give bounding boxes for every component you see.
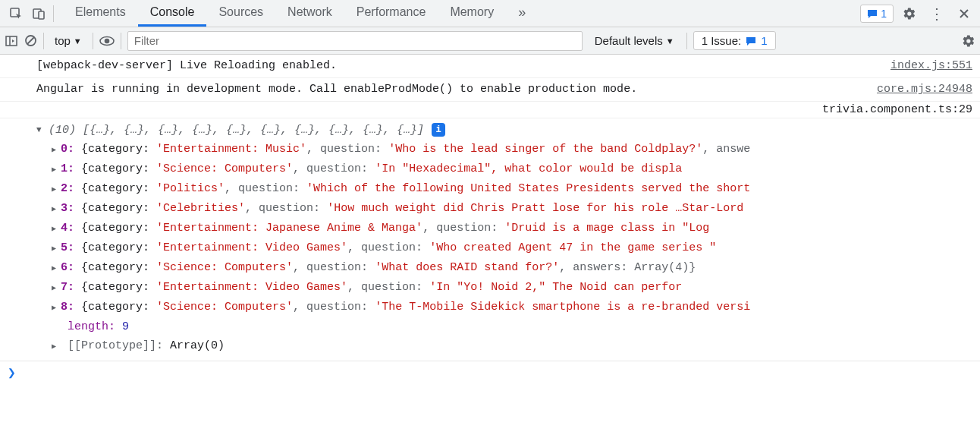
entry-question: 'Who created Agent 47 in the game series…: [429, 241, 716, 254]
tab-performance[interactable]: Performance: [344, 0, 438, 27]
entry-question: 'How much weight did Chris Pratt lose fo…: [327, 202, 743, 215]
array-entry-row[interactable]: 6: {category: 'Science: Computers', ques…: [52, 258, 972, 278]
tab-network[interactable]: Network: [275, 0, 344, 27]
expand-arrow-icon[interactable]: [52, 238, 61, 258]
expand-arrow-icon[interactable]: [52, 140, 61, 159]
array-entry-row[interactable]: 7: {category: 'Entertainment: Video Game…: [52, 278, 972, 298]
prototype-value: Array(0): [170, 339, 225, 352]
array-entry-row[interactable]: 4: {category: 'Entertainment: Japanese A…: [52, 219, 972, 238]
array-entries: 0: {category: 'Entertainment: Music', qu…: [52, 140, 972, 317]
entry-category: 'Science: Computers': [156, 301, 293, 314]
expand-arrow-icon[interactable]: [52, 278, 61, 298]
expand-arrow-icon[interactable]: [52, 336, 61, 356]
array-length-row[interactable]: length: 9: [52, 317, 972, 336]
log-source-link[interactable]: index.js:551: [890, 58, 972, 74]
tab-memory[interactable]: Memory: [438, 0, 506, 27]
log-message-row[interactable]: Angular is running in development mode. …: [0, 78, 980, 102]
expand-arrow-icon[interactable]: [52, 219, 61, 238]
clear-console-icon[interactable]: [24, 34, 37, 47]
levels-label: Default levels: [595, 34, 663, 47]
entry-index: 8:: [61, 301, 74, 314]
entry-sep: , question:: [293, 301, 375, 314]
entry-index: 6:: [61, 261, 74, 274]
issues-badge[interactable]: 1 Issue: 1: [693, 31, 776, 50]
entry-question: 'The T-Mobile Sidekick smartphone is a r…: [375, 301, 750, 314]
array-entry-row[interactable]: 2: {category: 'Politics', question: 'Whi…: [52, 179, 972, 199]
tab-sources[interactable]: Sources: [206, 0, 275, 27]
device-toggle-icon[interactable]: [27, 2, 50, 25]
entry-sep: , question:: [347, 281, 429, 294]
entry-question: 'In "Hexadecimal", what color would be d…: [375, 162, 682, 175]
entry-category: 'Politics': [156, 182, 225, 195]
kebab-menu-icon[interactable]: ⋮: [925, 2, 948, 25]
inspect-icon[interactable]: [5, 2, 27, 25]
expand-arrow-icon[interactable]: [36, 120, 46, 140]
expand-arrow-icon[interactable]: [52, 179, 61, 199]
svg-point-8: [105, 39, 108, 43]
array-entry-row[interactable]: 1: {category: 'Science: Computers', ques…: [52, 159, 972, 179]
entry-sep: , question:: [347, 241, 429, 254]
tabs-overflow-icon[interactable]: »: [506, 0, 538, 27]
entry-index: 7:: [61, 281, 74, 294]
console-output: [webpack-dev-server] Live Reloading enab…: [0, 55, 980, 361]
expand-arrow-icon[interactable]: [52, 298, 61, 317]
entry-tail: , answe: [702, 143, 750, 156]
entry-index: 1:: [61, 162, 74, 175]
divider: [686, 33, 687, 49]
expand-arrow-icon[interactable]: [52, 199, 61, 219]
entry-open-brace: {category:: [81, 162, 156, 175]
entry-open-brace: {category:: [81, 241, 156, 254]
log-source-link[interactable]: trivia.component.ts:29: [822, 103, 972, 116]
console-prompt[interactable]: ❯: [0, 361, 980, 384]
entry-category: 'Celebrities': [156, 202, 245, 215]
expand-arrow-icon[interactable]: [52, 258, 61, 278]
prototype-row[interactable]: [[Prototype]]: Array(0): [52, 336, 972, 356]
tab-elements[interactable]: Elements: [63, 0, 138, 27]
info-icon[interactable]: i: [432, 123, 445, 137]
log-message-row[interactable]: [webpack-dev-server] Live Reloading enab…: [0, 55, 980, 78]
divider: [53, 5, 54, 22]
console-settings-icon[interactable]: [962, 34, 975, 48]
live-expression-icon[interactable]: [99, 36, 115, 46]
entry-index: 2:: [61, 182, 74, 195]
divider: [93, 33, 93, 49]
entry-category: 'Entertainment: Video Games': [156, 281, 347, 294]
svg-rect-2: [39, 11, 44, 19]
array-entry-row[interactable]: 3: {category: 'Celebrities', question: '…: [52, 199, 972, 219]
filter-input[interactable]: [127, 31, 583, 51]
log-levels-selector[interactable]: Default levels ▼: [589, 33, 680, 49]
entry-category: 'Entertainment: Video Games': [156, 241, 347, 254]
expand-arrow-icon[interactable]: [52, 159, 61, 179]
entry-index: 5:: [61, 241, 74, 254]
array-entry-row[interactable]: 8: {category: 'Science: Computers', ques…: [52, 298, 972, 317]
issues-count: 1: [761, 34, 767, 47]
entry-sep: , question:: [306, 143, 388, 156]
array-summary: (10) [{…}, {…}, {…}, {…}, {…}, {…}, {…},…: [49, 121, 424, 140]
entry-open-brace: {category:: [81, 261, 156, 274]
context-selector[interactable]: top ▼: [50, 33, 86, 49]
entry-open-brace: {category:: [81, 281, 156, 294]
tab-console[interactable]: Console: [138, 0, 207, 27]
entry-open-brace: {category:: [81, 202, 156, 215]
settings-icon[interactable]: [898, 2, 921, 25]
devtools-tabs: Elements Console Sources Network Perform…: [63, 0, 860, 27]
entry-sep: , question:: [293, 261, 375, 274]
console-object: (10) [{…}, {…}, {…}, {…}, {…}, {…}, {…},…: [0, 118, 980, 361]
message-icon: [867, 8, 878, 19]
entry-index: 4:: [61, 222, 74, 235]
length-value: 9: [122, 320, 129, 333]
sidebar-toggle-icon[interactable]: [5, 34, 18, 48]
messages-badge[interactable]: 1: [860, 5, 894, 23]
issues-label: 1 Issue:: [702, 34, 742, 47]
log-source-link[interactable]: core.mjs:24948: [877, 81, 972, 98]
divider: [43, 33, 44, 49]
array-entry-row[interactable]: 0: {category: 'Entertainment: Music', qu…: [52, 140, 972, 159]
top-right-controls: 1 ⋮: [860, 2, 975, 25]
entry-category: 'Science: Computers': [156, 162, 293, 175]
entry-sep: , question:: [225, 182, 306, 195]
entry-question: 'Who is the lead singer of the band Cold…: [388, 143, 702, 156]
array-entry-row[interactable]: 5: {category: 'Entertainment: Video Game…: [52, 238, 972, 258]
array-summary-row[interactable]: (10) [{…}, {…}, {…}, {…}, {…}, {…}, {…},…: [36, 120, 972, 140]
close-icon[interactable]: [953, 2, 975, 25]
context-label: top: [55, 34, 71, 47]
